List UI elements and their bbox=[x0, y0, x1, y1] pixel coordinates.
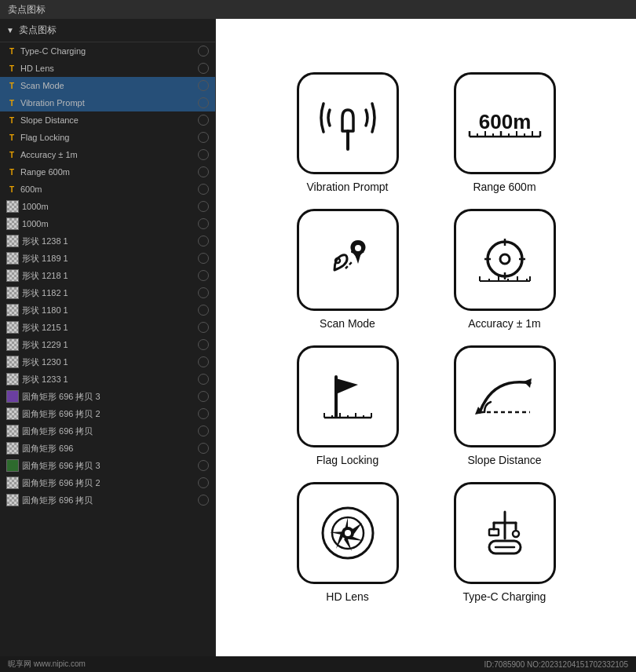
icon-cell-scan: Scan Mode bbox=[285, 209, 411, 330]
layer-item[interactable]: 形状 1189 1 bbox=[0, 250, 215, 267]
layer-item-name: 圆角矩形 696 拷贝 2 bbox=[22, 408, 195, 420]
layer-thumb-icon bbox=[6, 425, 19, 437]
layer-item[interactable]: TFlag Locking bbox=[0, 129, 215, 146]
layer-visibility-toggle[interactable] bbox=[198, 149, 209, 160]
layer-visibility-toggle[interactable] bbox=[198, 460, 209, 471]
layer-item[interactable]: 1000m bbox=[0, 215, 215, 232]
svg-point-16 bbox=[488, 242, 522, 276]
layer-item[interactable]: T600m bbox=[0, 181, 215, 198]
icon-box-slope bbox=[454, 345, 556, 447]
layer-item-name: Vibration Prompt bbox=[20, 98, 195, 108]
layer-item[interactable]: 圆角矩形 696 拷贝 2 bbox=[0, 405, 215, 422]
layer-item-name: 形状 1189 1 bbox=[22, 253, 195, 265]
layer-visibility-toggle[interactable] bbox=[198, 477, 209, 488]
icon-cell-vibration: Vibration Prompt bbox=[285, 72, 411, 193]
bottom-bar: 昵享网 www.nipic.com ID:7085900 NO:20231204… bbox=[0, 656, 636, 672]
layer-visibility-toggle[interactable] bbox=[198, 132, 209, 143]
layer-visibility-toggle[interactable] bbox=[198, 46, 209, 57]
layer-item[interactable]: 形状 1215 1 bbox=[0, 319, 215, 336]
layer-item-name: 圆角矩形 696 拷贝 3 bbox=[22, 460, 195, 472]
layer-item[interactable]: TSlope Distance bbox=[0, 111, 215, 129]
icon-box-flag bbox=[297, 345, 399, 447]
right-panel: Vibration Prompt 600m bbox=[216, 19, 636, 656]
layer-visibility-toggle[interactable] bbox=[198, 115, 209, 126]
layer-item[interactable]: 圆角矩形 696 拷贝 3 bbox=[0, 388, 215, 405]
layer-thumb-icon bbox=[6, 477, 19, 489]
layer-item[interactable]: 圆角矩形 696 拷贝 3 bbox=[0, 457, 215, 474]
icon-cell-slope: Slope Distance bbox=[442, 345, 568, 466]
layer-item[interactable]: TType-C Charging bbox=[0, 42, 215, 60]
icons-grid: Vibration Prompt 600m bbox=[261, 49, 591, 626]
layer-visibility-toggle[interactable] bbox=[198, 201, 209, 212]
layer-visibility-toggle[interactable] bbox=[198, 356, 209, 367]
layer-visibility-toggle[interactable] bbox=[198, 184, 209, 195]
layer-item[interactable]: 形状 1218 1 bbox=[0, 267, 215, 284]
icon-box-vibration bbox=[297, 72, 399, 174]
layer-item[interactable]: 1000m bbox=[0, 198, 215, 215]
layer-visibility-toggle[interactable] bbox=[198, 287, 209, 298]
layer-item[interactable]: 圆角矩形 696 拷贝 bbox=[0, 422, 215, 440]
layer-item-name: 形状 1180 1 bbox=[22, 305, 195, 316]
layer-item-name: 形状 1229 1 bbox=[22, 339, 195, 351]
layer-item[interactable]: 形状 1180 1 bbox=[0, 301, 215, 319]
layer-visibility-toggle[interactable] bbox=[198, 443, 209, 454]
scan-label: Scan Mode bbox=[320, 317, 375, 330]
layer-thumb-icon bbox=[6, 459, 19, 472]
layer-item[interactable]: 圆角矩形 696 拷贝 2 bbox=[0, 474, 215, 491]
layer-visibility-toggle[interactable] bbox=[198, 166, 209, 177]
layer-item-name: 形状 1215 1 bbox=[22, 322, 195, 334]
layer-thumb-icon bbox=[6, 304, 19, 316]
layer-item[interactable]: TAccuracy ± 1m bbox=[0, 146, 215, 163]
collapse-icon[interactable]: ▼ bbox=[6, 26, 14, 35]
layer-item-name: 圆角矩形 696 拷贝 bbox=[22, 495, 195, 506]
layer-visibility-toggle[interactable] bbox=[198, 339, 209, 350]
layer-list[interactable]: TType-C ChargingTHD LensTScan ModeTVibra… bbox=[0, 42, 215, 656]
layer-visibility-toggle[interactable] bbox=[198, 80, 209, 91]
layer-thumb-icon bbox=[6, 373, 19, 385]
layer-item-name: 形状 1233 1 bbox=[22, 374, 195, 385]
layer-visibility-toggle[interactable] bbox=[198, 270, 209, 281]
layer-thumb-icon bbox=[6, 252, 19, 265]
layer-visibility-toggle[interactable] bbox=[198, 322, 209, 333]
layer-visibility-toggle[interactable] bbox=[198, 63, 209, 74]
layer-item[interactable]: TVibration Prompt bbox=[0, 94, 215, 111]
svg-point-15 bbox=[355, 245, 361, 251]
layer-thumb-icon bbox=[6, 200, 19, 213]
layer-item-name: 1000m bbox=[22, 219, 195, 228]
layer-thumb-icon bbox=[6, 338, 19, 351]
icon-box-hdlens bbox=[297, 482, 399, 584]
layer-visibility-toggle[interactable] bbox=[198, 391, 209, 402]
layer-visibility-toggle[interactable] bbox=[198, 97, 209, 108]
layer-thumb-icon bbox=[6, 217, 19, 230]
layer-item-name: 圆角矩形 696 拷贝 3 bbox=[22, 391, 195, 403]
layer-visibility-toggle[interactable] bbox=[198, 253, 209, 264]
layer-item-name: Type-C Charging bbox=[20, 46, 195, 56]
layer-type-text-icon: T bbox=[6, 166, 17, 177]
layer-item[interactable]: TScan Mode bbox=[0, 77, 215, 94]
layer-item[interactable]: 形状 1230 1 bbox=[0, 353, 215, 371]
layer-type-text-icon: T bbox=[6, 63, 17, 74]
layer-item[interactable]: 形状 1229 1 bbox=[0, 336, 215, 353]
layer-thumb-icon bbox=[6, 442, 19, 455]
layer-visibility-toggle[interactable] bbox=[198, 236, 209, 247]
layer-visibility-toggle[interactable] bbox=[198, 495, 209, 506]
layer-visibility-toggle[interactable] bbox=[198, 425, 209, 436]
svg-point-51 bbox=[513, 531, 519, 537]
svg-point-45 bbox=[345, 530, 351, 536]
layer-item[interactable]: 形状 1182 1 bbox=[0, 284, 215, 301]
layer-visibility-toggle[interactable] bbox=[198, 374, 209, 385]
layer-item-name: HD Lens bbox=[20, 64, 195, 73]
layer-visibility-toggle[interactable] bbox=[198, 218, 209, 229]
layer-item-name: 形状 1238 1 bbox=[22, 236, 195, 247]
layer-item[interactable]: 圆角矩形 696 拷贝 bbox=[0, 491, 215, 509]
layer-item[interactable]: 形状 1238 1 bbox=[0, 232, 215, 250]
layer-visibility-toggle[interactable] bbox=[198, 305, 209, 316]
icon-box-scan bbox=[297, 209, 399, 311]
layer-item[interactable]: THD Lens bbox=[0, 60, 215, 77]
layer-item[interactable]: 圆角矩形 696 bbox=[0, 440, 215, 457]
layer-item[interactable]: 形状 1233 1 bbox=[0, 371, 215, 388]
layer-item[interactable]: TRange 600m bbox=[0, 163, 215, 181]
layer-item-name: 1000m bbox=[22, 202, 195, 211]
layer-type-text-icon: T bbox=[6, 149, 17, 160]
layer-visibility-toggle[interactable] bbox=[198, 408, 209, 419]
